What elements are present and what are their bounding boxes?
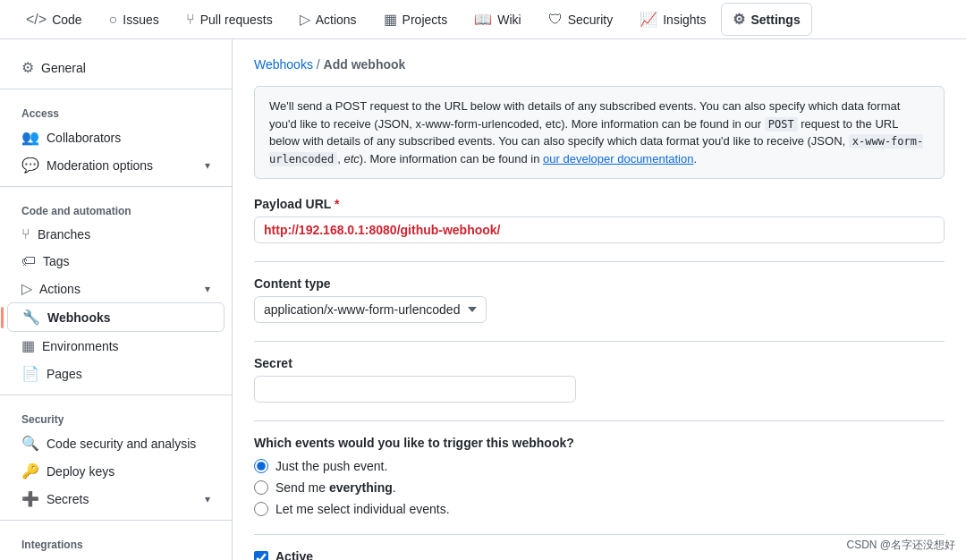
content-type-section: Content type application/x-www-form-urle… xyxy=(254,276,945,323)
radio-push-label: Just the push event. xyxy=(275,459,387,473)
sidebar-divider-3 xyxy=(0,395,232,395)
insights-icon: 📈 xyxy=(640,11,657,28)
sidebar-item-moderation[interactable]: 💬 Moderation options ▾ xyxy=(7,151,225,179)
deploy-keys-icon: 🔑 xyxy=(21,462,39,479)
top-navigation: </> Code ○ Issues ⑂ Pull requests ▷ Acti… xyxy=(0,0,966,39)
moderation-chevron-icon: ▾ xyxy=(205,159,210,172)
developer-docs-link[interactable]: our developer documentation xyxy=(543,152,693,165)
sidebar-item-github-apps[interactable]: ▦ GitHub apps xyxy=(7,555,225,560)
secret-input[interactable] xyxy=(254,376,576,403)
radio-push-input[interactable] xyxy=(254,459,268,473)
tab-projects[interactable]: ▦ Projects xyxy=(372,3,460,36)
environments-icon: ▦ xyxy=(21,337,35,354)
breadcrumb-separator: / xyxy=(317,57,324,72)
sidebar-section-integrations: Integrations xyxy=(0,528,232,555)
sidebar-item-deploy-keys[interactable]: 🔑 Deploy keys xyxy=(7,457,225,485)
info-box: We'll send a POST request to the URL bel… xyxy=(254,86,945,179)
projects-icon: ▦ xyxy=(384,11,397,28)
code-icon: </> xyxy=(26,12,47,28)
actions-chevron-icon: ▾ xyxy=(205,283,210,295)
sidebar-section-code-automation: Code and automation xyxy=(0,194,232,221)
divider-3 xyxy=(254,420,945,421)
tab-issues[interactable]: ○ Issues xyxy=(97,4,171,36)
pr-icon: ⑂ xyxy=(186,12,195,28)
tab-settings[interactable]: ⚙ Settings xyxy=(721,3,811,36)
radio-push-event: Just the push event. xyxy=(254,459,945,473)
events-title: Which events would you like to trigger t… xyxy=(254,436,945,450)
moderation-icon: 💬 xyxy=(21,157,39,174)
sidebar-item-branches[interactable]: ⑂ Branches xyxy=(7,221,225,248)
main-content: Webhooks / Add webhook We'll send a POST… xyxy=(233,39,966,560)
sidebar-divider-4 xyxy=(0,520,232,521)
tab-code[interactable]: </> Code xyxy=(14,4,94,36)
pages-icon: 📄 xyxy=(21,365,39,382)
divider-2 xyxy=(254,341,945,342)
sidebar-section-access: Access xyxy=(0,97,232,123)
radio-everything-event: Send me everything. xyxy=(254,480,945,495)
content-type-select[interactable]: application/x-www-form-urlencoded applic… xyxy=(254,296,487,323)
tab-wiki[interactable]: 📖 Wiki xyxy=(462,3,532,36)
sidebar-section-security: Security xyxy=(0,403,232,429)
radio-everything-input[interactable] xyxy=(254,480,268,495)
radio-individual-label: Let me select individual events. xyxy=(275,502,450,516)
radio-individual-input[interactable] xyxy=(254,502,268,516)
issues-icon: ○ xyxy=(109,12,118,28)
sidebar-item-code-security[interactable]: 🔍 Code security and analysis xyxy=(7,429,225,457)
sidebar-item-secrets[interactable]: ➕ Secrets ▾ xyxy=(7,485,225,513)
actions-icon: ▷ xyxy=(300,11,310,28)
actions-sidebar-icon: ▷ xyxy=(21,280,32,297)
sidebar-item-general[interactable]: ⚙ General xyxy=(7,54,225,81)
events-section: Which events would you like to trigger t… xyxy=(254,436,945,516)
sidebar-divider-2 xyxy=(0,186,232,187)
radio-individual-event: Let me select individual events. xyxy=(254,502,945,516)
sidebar: ⚙ General Access 👥 Collaborators 💬 Moder… xyxy=(0,39,233,560)
divider-4 xyxy=(254,534,945,535)
payload-url-input[interactable] xyxy=(254,216,945,243)
breadcrumb-parent-link[interactable]: Webhooks xyxy=(254,57,313,72)
code-security-icon: 🔍 xyxy=(21,435,39,452)
settings-icon: ⚙ xyxy=(733,11,745,28)
required-marker: * xyxy=(335,197,339,211)
active-label-group: Active We will deliver event details whe… xyxy=(275,549,541,560)
security-icon: 🛡 xyxy=(548,12,563,28)
sidebar-item-webhooks[interactable]: 🔧 Webhooks xyxy=(7,302,225,332)
webhooks-icon: 🔧 xyxy=(22,309,40,326)
branches-icon: ⑂ xyxy=(21,226,30,242)
sidebar-divider-1 xyxy=(0,89,232,89)
secret-section: Secret xyxy=(254,356,945,403)
general-icon: ⚙ xyxy=(21,59,34,76)
post-code: POST xyxy=(765,117,798,132)
active-checkbox[interactable] xyxy=(254,551,268,560)
tab-security[interactable]: 🛡 Security xyxy=(537,4,625,36)
divider-1 xyxy=(254,261,945,262)
sidebar-item-actions[interactable]: ▷ Actions ▾ xyxy=(7,275,225,302)
secret-label: Secret xyxy=(254,356,945,370)
radio-everything-label: Send me everything. xyxy=(275,480,396,495)
sidebar-item-environments[interactable]: ▦ Environments xyxy=(7,332,225,360)
active-section: Active We will deliver event details whe… xyxy=(254,549,945,560)
payload-url-section: Payload URL * xyxy=(254,197,945,243)
page-layout: ⚙ General Access 👥 Collaborators 💬 Moder… xyxy=(0,39,966,560)
breadcrumb-current: Add webhook xyxy=(324,57,406,72)
tab-pull-requests[interactable]: ⑂ Pull requests xyxy=(174,4,284,36)
tab-actions[interactable]: ▷ Actions xyxy=(288,3,369,36)
sidebar-item-tags[interactable]: 🏷 Tags xyxy=(7,248,225,275)
wiki-icon: 📖 xyxy=(474,11,492,28)
payload-url-label: Payload URL * xyxy=(254,197,945,211)
content-type-label: Content type xyxy=(254,276,945,291)
active-label: Active We will deliver event details whe… xyxy=(275,549,541,560)
tab-insights[interactable]: 📈 Insights xyxy=(628,3,717,36)
secrets-icon: ➕ xyxy=(21,490,39,507)
secrets-chevron-icon: ▾ xyxy=(205,493,210,505)
tags-icon: 🏷 xyxy=(21,253,36,269)
sidebar-item-pages[interactable]: 📄 Pages xyxy=(7,360,225,387)
breadcrumb: Webhooks / Add webhook xyxy=(254,57,945,72)
sidebar-item-collaborators[interactable]: 👥 Collaborators xyxy=(7,123,225,151)
collaborators-icon: 👥 xyxy=(21,129,39,146)
